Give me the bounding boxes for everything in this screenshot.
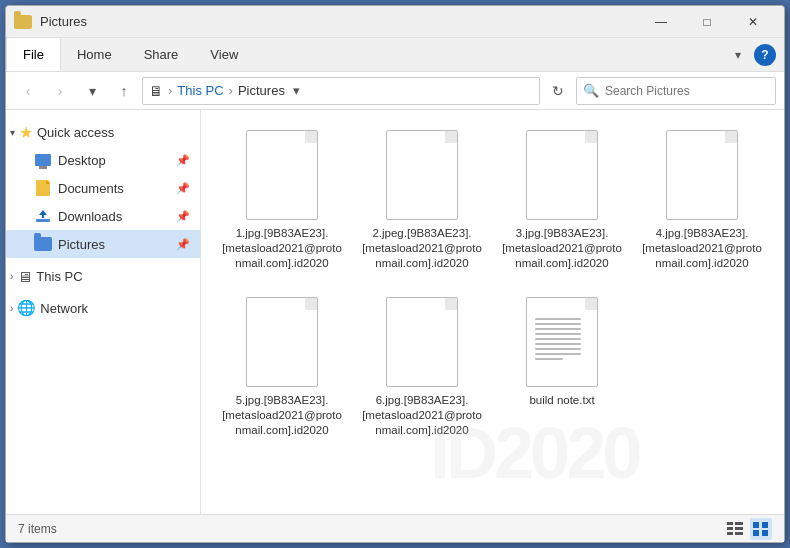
- view-toggle: [724, 518, 772, 540]
- pictures-icon: [34, 235, 52, 253]
- search-icon: 🔍: [583, 83, 599, 98]
- search-box: 🔍: [576, 77, 776, 105]
- grid-view-button[interactable]: [750, 518, 772, 540]
- svg-rect-11: [762, 530, 768, 536]
- file-name-6: 6.jpg.[9B83AE23].[metasload2021@protonma…: [362, 393, 482, 438]
- file-icon-6: [386, 297, 458, 387]
- close-button[interactable]: ✕: [730, 6, 776, 38]
- file-icon-7: [526, 297, 598, 387]
- sidebar-item-documents[interactable]: Documents 📌: [6, 174, 200, 202]
- svg-rect-10: [753, 530, 759, 536]
- file-folded-6: [445, 298, 457, 310]
- sidebar-item-downloads[interactable]: Downloads 📌: [6, 202, 200, 230]
- desktop-icon: [34, 151, 52, 169]
- file-folded-3: [585, 131, 597, 143]
- address-breadcrumb[interactable]: 🖥 › This PC › Pictures ▾: [142, 77, 540, 105]
- downloads-pin-icon: 📌: [176, 210, 190, 223]
- expand-ribbon-button[interactable]: ▾: [726, 43, 750, 67]
- sidebar-section-network[interactable]: › 🌐 Network: [6, 294, 200, 322]
- search-input[interactable]: [605, 84, 769, 98]
- main-content: ▾ ★ Quick access Desktop 📌 Documents 📌: [6, 110, 784, 514]
- pc-icon: 🖥: [17, 268, 32, 285]
- pictures-pin-icon: 📌: [176, 238, 190, 251]
- desktop-pin-icon: 📌: [176, 154, 190, 167]
- file-item-6[interactable]: 6.jpg.[9B83AE23].[metasload2021@protonma…: [357, 289, 487, 446]
- status-bar: 7 items: [6, 514, 784, 542]
- address-bar: ‹ › ▾ ↑ 🖥 › This PC › Pictures ▾ ↻ 🔍: [6, 72, 784, 110]
- file-page-6: [386, 297, 458, 387]
- file-item-7[interactable]: build note.txt: [497, 289, 627, 446]
- sidebar-item-desktop-label: Desktop: [58, 153, 106, 168]
- txt-line-1: [535, 318, 581, 320]
- txt-line-5: [535, 338, 581, 340]
- maximize-button[interactable]: □: [684, 6, 730, 38]
- quick-access-star-icon: ★: [19, 123, 33, 142]
- minimize-button[interactable]: —: [638, 6, 684, 38]
- txt-line-2: [535, 323, 581, 325]
- sidebar-section-quick-access[interactable]: ▾ ★ Quick access: [6, 118, 200, 146]
- forward-button[interactable]: ›: [46, 77, 74, 105]
- quick-access-arrow: ▾: [10, 127, 15, 138]
- file-item-4[interactable]: 4.jpg.[9B83AE23].[metasload2021@protonma…: [637, 122, 767, 279]
- file-page-4: [666, 130, 738, 220]
- file-item-2[interactable]: 2.jpeg.[9B83AE23].[metasload2021@protonm…: [357, 122, 487, 279]
- svg-marker-1: [39, 210, 47, 218]
- menu-tab-home[interactable]: Home: [61, 38, 128, 71]
- up-button[interactable]: ↑: [110, 77, 138, 105]
- sidebar-item-desktop[interactable]: Desktop 📌: [6, 146, 200, 174]
- menu-tab-view[interactable]: View: [194, 38, 254, 71]
- title-bar: Pictures — □ ✕: [6, 6, 784, 38]
- file-name-5: 5.jpg.[9B83AE23].[metasload2021@protonma…: [222, 393, 342, 438]
- svg-rect-6: [735, 527, 743, 530]
- file-page-1: [246, 130, 318, 220]
- file-folded-2: [445, 131, 457, 143]
- svg-rect-0: [36, 219, 50, 222]
- breadcrumb-this-pc[interactable]: This PC: [177, 83, 223, 98]
- file-folded-1: [305, 131, 317, 143]
- back-button[interactable]: ‹: [14, 77, 42, 105]
- sidebar-section-this-pc[interactable]: › 🖥 This PC: [6, 262, 200, 290]
- breadcrumb-dropdown-button[interactable]: ▾: [287, 78, 307, 104]
- window-title: Pictures: [40, 14, 638, 29]
- txt-lines: [535, 318, 581, 360]
- file-page-5: [246, 297, 318, 387]
- breadcrumb-sep2: ›: [229, 83, 233, 98]
- breadcrumb-pictures: Pictures: [238, 83, 285, 98]
- item-count: 7 items: [18, 522, 57, 536]
- dropdown-recent-button[interactable]: ▾: [78, 77, 106, 105]
- svg-rect-9: [762, 522, 768, 528]
- sidebar-item-pictures[interactable]: Pictures 📌: [6, 230, 200, 258]
- file-item-5[interactable]: 5.jpg.[9B83AE23].[metasload2021@protonma…: [217, 289, 347, 446]
- file-icon-3: [526, 130, 598, 220]
- file-name-1: 1.jpg.[9B83AE23].[metasload2021@protonma…: [222, 226, 342, 271]
- sidebar-network-label: Network: [40, 301, 88, 316]
- menu-tab-share[interactable]: Share: [128, 38, 195, 71]
- file-icon-4: [666, 130, 738, 220]
- breadcrumb-sep1: ›: [168, 83, 172, 98]
- txt-line-4: [535, 333, 581, 335]
- file-name-4: 4.jpg.[9B83AE23].[metasload2021@protonma…: [642, 226, 762, 271]
- txt-line-7: [535, 348, 581, 350]
- file-folded-5: [305, 298, 317, 310]
- file-grid: 1.jpg.[9B83AE23].[metasload2021@protonma…: [217, 122, 768, 446]
- svg-rect-5: [735, 522, 743, 525]
- txt-line-9: [535, 358, 563, 360]
- list-view-button[interactable]: [724, 518, 746, 540]
- folder-title-icon: [14, 15, 32, 29]
- file-item-3[interactable]: 3.jpg.[9B83AE23].[metasload2021@protonma…: [497, 122, 627, 279]
- file-page-2: [386, 130, 458, 220]
- file-page-3: [526, 130, 598, 220]
- refresh-button[interactable]: ↻: [544, 77, 572, 105]
- network-arrow: ›: [10, 303, 13, 314]
- sidebar-this-pc-label: This PC: [36, 269, 82, 284]
- file-icon-2: [386, 130, 458, 220]
- downloads-icon: [34, 207, 52, 225]
- help-button[interactable]: ?: [754, 44, 776, 66]
- menu-tab-file[interactable]: File: [6, 38, 61, 71]
- menu-bar-right: ▾ ?: [726, 43, 784, 67]
- file-item-1[interactable]: 1.jpg.[9B83AE23].[metasload2021@protonma…: [217, 122, 347, 279]
- svg-rect-7: [735, 532, 743, 535]
- file-icon-5: [246, 297, 318, 387]
- svg-rect-2: [727, 522, 733, 525]
- txt-line-3: [535, 328, 581, 330]
